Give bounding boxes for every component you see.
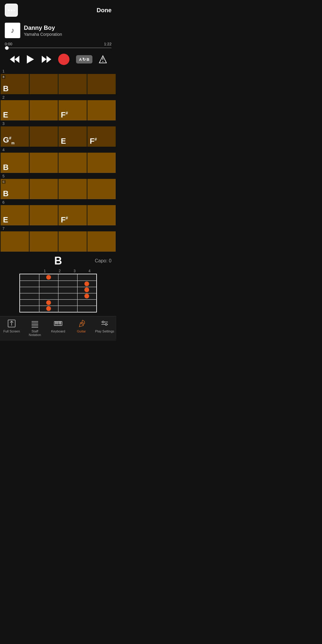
- nav-item-keyboard[interactable]: Keyboard: [47, 319, 70, 337]
- rewind-button[interactable]: [9, 55, 20, 64]
- svg-point-28: [105, 323, 107, 325]
- done-button[interactable]: Done: [97, 7, 112, 14]
- empty-cell-2-2[interactable]: [30, 100, 58, 120]
- svg-point-24: [81, 322, 83, 324]
- fret-num-3: 3: [67, 269, 82, 273]
- empty-cell-1-3[interactable]: [58, 74, 87, 94]
- empty-cell-2-4[interactable]: [87, 100, 116, 120]
- empty-cell-1-4[interactable]: [87, 74, 116, 94]
- fret-num-1: 1: [37, 269, 52, 273]
- fret-num-4: 4: [82, 269, 97, 273]
- measure-row-5: 5CB: [0, 173, 116, 199]
- menu-dots-icon: [8, 10, 15, 11]
- empty-cell-5-3[interactable]: [58, 179, 87, 199]
- finger-dot-3: [84, 287, 89, 292]
- progress-track[interactable]: [5, 47, 112, 48]
- chord-sub: m: [11, 141, 15, 145]
- svg-marker-1: [10, 56, 15, 63]
- svg-marker-0: [15, 56, 19, 63]
- measure-number-3: 3: [0, 120, 116, 126]
- chord-cell-6-1[interactable]: E: [1, 205, 29, 225]
- chord-diagram-area: B Capo: 0 1 2 3 4: [0, 252, 116, 316]
- capo-tag: B: [2, 75, 5, 79]
- empty-cell-6-4[interactable]: [87, 205, 116, 225]
- string-line-2: [20, 287, 96, 287]
- empty-cell-6-2[interactable]: [30, 205, 58, 225]
- chord-row-2: EF#: [0, 100, 116, 120]
- chord-name: E: [61, 137, 66, 145]
- chord-cell-5-1[interactable]: CB: [1, 179, 29, 199]
- chord-row-1: BB: [0, 74, 116, 94]
- chord-modifier: #: [66, 111, 68, 115]
- fret-num-2: 2: [52, 269, 67, 273]
- capo-info: Capo: 0: [95, 258, 112, 264]
- queue-button[interactable]: [99, 55, 107, 64]
- capo-tag: C: [2, 180, 6, 184]
- diagram-chord-name: B: [54, 255, 62, 267]
- chord-cell-3-4[interactable]: F#: [87, 126, 116, 147]
- empty-cell-5-4[interactable]: [87, 179, 116, 199]
- chord-cell-6-3[interactable]: F#: [58, 205, 87, 225]
- empty-cell-4-4[interactable]: [87, 153, 116, 173]
- fretboard[interactable]: [19, 274, 97, 312]
- empty-cell-7-4[interactable]: [87, 231, 116, 252]
- play-settings-icon: [100, 319, 109, 328]
- playback-controls: A ↻ B: [0, 51, 116, 68]
- string-line-5: [20, 306, 96, 306]
- fast-forward-button[interactable]: [41, 55, 52, 64]
- chord-modifier: #: [95, 137, 97, 142]
- empty-cell-7-1[interactable]: [1, 231, 29, 252]
- track-info: ♪ Danny Boy Yamaha Corporation: [0, 20, 116, 41]
- record-button[interactable]: [58, 54, 69, 65]
- progress-area: 0:00 1:22: [0, 41, 116, 51]
- measure-number-1: 1: [0, 68, 116, 74]
- chord-name: E: [3, 111, 8, 119]
- measure-number-6: 6: [0, 199, 116, 205]
- finger-dot-1: [46, 275, 51, 280]
- measure-number-4: 4: [0, 147, 116, 153]
- empty-cell-7-2[interactable]: [30, 231, 58, 252]
- chord-cell-1-1[interactable]: BB: [1, 74, 29, 94]
- measure-row-1: 1BB: [0, 68, 116, 94]
- nav-label-playsettings: Play Settings: [95, 329, 114, 333]
- chord-row-5: CB: [0, 179, 116, 199]
- staff-notation-icon: [30, 319, 40, 328]
- chord-cell-3-1[interactable]: G#m: [1, 126, 29, 147]
- chord-name: F#: [61, 111, 68, 119]
- menu-button[interactable]: [5, 4, 18, 17]
- chord-modifier: #: [66, 216, 68, 220]
- chord-row-6: EF#: [0, 205, 116, 225]
- empty-cell-5-2[interactable]: [30, 179, 58, 199]
- nav-item-fullscreen[interactable]: Full Screen: [0, 319, 23, 337]
- chord-row-3: G#mEF#: [0, 126, 116, 147]
- string-line-4: [20, 299, 96, 300]
- chord-name: B: [3, 85, 9, 92]
- progress-thumb: [5, 46, 9, 50]
- chord-cell-3-3[interactable]: E: [58, 126, 87, 147]
- measure-row-2: 2EF#: [0, 94, 116, 120]
- ab-repeat-button[interactable]: A ↻ B: [76, 55, 92, 64]
- chord-cell-4-1[interactable]: B: [1, 153, 29, 173]
- chord-name: G#m: [3, 136, 15, 145]
- measure-row-3: 3G#mEF#: [0, 120, 116, 147]
- svg-rect-21: [57, 321, 58, 324]
- chord-name: B: [3, 190, 9, 197]
- nav-label-staff: StaffNotation: [29, 329, 41, 337]
- chord-section: 1BB2EF#3G#mEF#4B5CB6EF#7: [0, 68, 116, 252]
- play-button[interactable]: [26, 55, 35, 64]
- finger-dot-5: [46, 300, 51, 305]
- chord-cell-2-1[interactable]: E: [1, 100, 29, 120]
- svg-marker-4: [47, 56, 51, 63]
- empty-cell-7-3[interactable]: [58, 231, 87, 252]
- chord-cell-2-3[interactable]: F#: [58, 100, 87, 120]
- empty-cell-4-3[interactable]: [58, 153, 87, 173]
- nav-item-guitar[interactable]: Guitar: [70, 319, 93, 337]
- nav-item-staff[interactable]: StaffNotation: [23, 319, 47, 337]
- album-art: ♪: [5, 23, 20, 38]
- nav-item-playsettings[interactable]: Play Settings: [93, 319, 116, 337]
- nav-label-keyboard: Keyboard: [51, 329, 65, 333]
- empty-cell-3-2[interactable]: [30, 126, 58, 147]
- fullscreen-icon: [7, 319, 16, 328]
- empty-cell-4-2[interactable]: [30, 153, 58, 173]
- empty-cell-1-2[interactable]: [30, 74, 58, 94]
